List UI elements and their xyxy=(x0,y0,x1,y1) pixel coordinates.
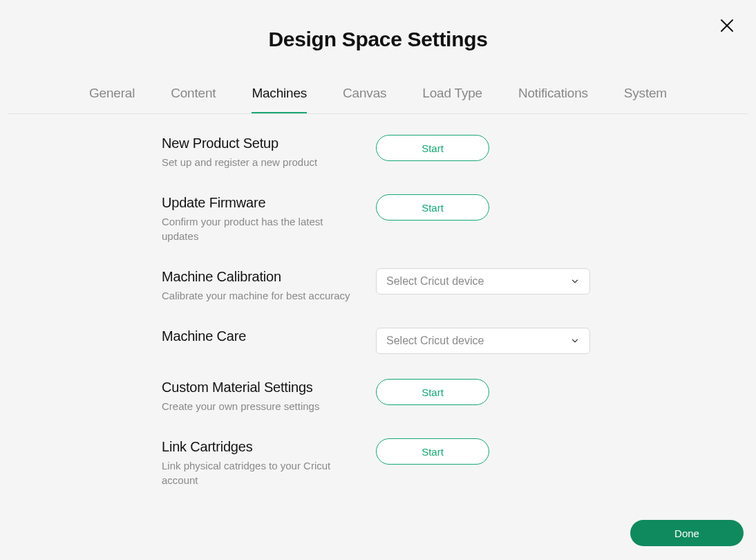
tab-system[interactable]: System xyxy=(624,86,667,113)
settings-modal: Design Space Settings General Content Ma… xyxy=(0,0,756,560)
settings-tabs: General Content Machines Canvas Load Typ… xyxy=(8,86,748,114)
tab-load-type[interactable]: Load Type xyxy=(422,86,482,113)
done-button[interactable]: Done xyxy=(630,520,744,546)
row-title: Link Cartridges xyxy=(162,438,362,456)
row-desc: Confirm your product has the latest upda… xyxy=(162,214,362,243)
chevron-down-icon xyxy=(570,336,580,346)
tab-canvas[interactable]: Canvas xyxy=(343,86,386,113)
row-desc: Create your own pressure settings xyxy=(162,399,362,413)
page-title: Design Space Settings xyxy=(0,28,756,51)
start-firmware-button[interactable]: Start xyxy=(376,194,489,221)
start-link-cartridges-button[interactable]: Start xyxy=(376,438,489,465)
select-placeholder: Select Cricut device xyxy=(386,275,484,288)
calibration-device-select[interactable]: Select Cricut device xyxy=(376,268,590,295)
row-title: Update Firmware xyxy=(162,194,362,212)
row-link-cartridges: Link Cartridges Link physical catridges … xyxy=(0,438,756,487)
row-title: Custom Material Settings xyxy=(162,379,362,396)
settings-content: New Product Setup Set up and register a … xyxy=(0,114,756,487)
start-custom-material-button[interactable]: Start xyxy=(376,379,489,405)
care-device-select[interactable]: Select Cricut device xyxy=(376,328,590,354)
row-update-firmware: Update Firmware Confirm your product has… xyxy=(0,194,756,243)
row-custom-material: Custom Material Settings Create your own… xyxy=(0,379,756,413)
row-machine-care: Machine Care Select Cricut device xyxy=(0,328,756,354)
row-calibration: Machine Calibration Calibrate your machi… xyxy=(0,268,756,303)
row-desc: Link physical catridges to your Cricut a… xyxy=(162,458,362,487)
row-title: Machine Calibration xyxy=(162,268,362,286)
row-desc: Set up and register a new product xyxy=(162,155,362,169)
tab-content[interactable]: Content xyxy=(171,86,216,113)
row-desc: Calibrate your machine for best accuracy xyxy=(162,288,362,303)
start-new-product-button[interactable]: Start xyxy=(376,135,489,161)
row-title: New Product Setup xyxy=(162,135,362,152)
tab-general[interactable]: General xyxy=(89,86,135,113)
tab-notifications[interactable]: Notifications xyxy=(518,86,588,113)
row-new-product: New Product Setup Set up and register a … xyxy=(0,135,756,169)
chevron-down-icon xyxy=(570,277,580,286)
close-icon[interactable] xyxy=(719,17,735,34)
select-placeholder: Select Cricut device xyxy=(386,335,484,347)
row-title: Machine Care xyxy=(162,328,362,345)
tab-machines[interactable]: Machines xyxy=(252,86,307,113)
